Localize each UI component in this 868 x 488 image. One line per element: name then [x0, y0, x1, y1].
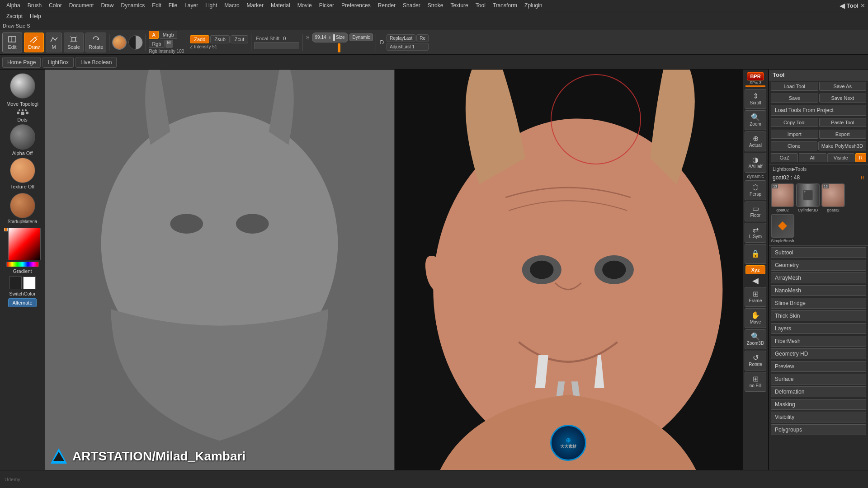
- visibility-button[interactable]: Visibility: [771, 412, 866, 422]
- load-tool-button[interactable]: Load Tool: [771, 82, 818, 91]
- viewport-left[interactable]: [45, 70, 394, 470]
- bpr-button[interactable]: BPR: [747, 72, 764, 80]
- viewport-right[interactable]: ⊕ 大大素材: [394, 70, 742, 470]
- menu-dynamics[interactable]: Dynamics: [117, 1, 148, 9]
- lock-button[interactable]: 🔒: [745, 244, 766, 264]
- lsym-button[interactable]: ⇄ L.Sym: [745, 223, 766, 243]
- subtool-button[interactable]: Subtool: [771, 247, 866, 258]
- menu-zscript[interactable]: Zscript: [3, 12, 26, 20]
- masking-button[interactable]: Masking: [771, 399, 866, 410]
- move-viewport-button[interactable]: ✋ Move: [745, 308, 766, 328]
- bpr-area[interactable]: BPR SPix 3: [745, 72, 765, 88]
- collapse-arrow[interactable]: ◀: [752, 276, 759, 286]
- nanomesh-button[interactable]: NanoMesh: [771, 285, 866, 296]
- menu-draw[interactable]: Draw: [97, 1, 117, 9]
- material-sphere-preview[interactable]: [10, 73, 35, 99]
- zoom-button[interactable]: 🔍 Zoom: [745, 110, 766, 130]
- menu-marker[interactable]: Marker: [243, 1, 267, 9]
- menu-color[interactable]: Color: [45, 1, 66, 9]
- alternate-button[interactable]: Alternate: [8, 298, 36, 307]
- rotate-button[interactable]: Rotate: [85, 33, 106, 52]
- thick-skin-button[interactable]: Thick Skin: [771, 310, 866, 321]
- menu-brush[interactable]: Brush: [24, 1, 45, 9]
- menu-render[interactable]: Render: [374, 1, 399, 9]
- aahalf-button[interactable]: ◑ AAHalf: [745, 153, 766, 173]
- zsub-button[interactable]: Zsub: [210, 35, 229, 43]
- menu-movie[interactable]: Movie: [294, 1, 316, 9]
- surface-button[interactable]: Surface: [771, 374, 866, 385]
- paste-tool-button[interactable]: Paste Tool: [819, 118, 867, 127]
- clone-button[interactable]: Clone: [771, 141, 817, 150]
- menu-alpha[interactable]: Alpha: [3, 1, 24, 9]
- m-badge[interactable]: M: [165, 40, 173, 48]
- all-button[interactable]: All: [799, 153, 826, 162]
- menu-edit[interactable]: Edit: [148, 1, 165, 9]
- arraymesh-button[interactable]: ArrayMesh: [771, 272, 866, 283]
- scale-button[interactable]: Scale: [64, 33, 84, 52]
- color-picker[interactable]: [8, 228, 41, 260]
- draw-button[interactable]: Draw: [24, 33, 44, 52]
- visible-button[interactable]: Visible: [827, 153, 854, 162]
- dark-swatch[interactable]: [9, 277, 22, 289]
- save-next-button[interactable]: Save Next: [819, 94, 867, 103]
- simplebrush-thumb[interactable]: SimpleBrush: [771, 214, 794, 243]
- actual-button[interactable]: ⊕ Actual: [745, 131, 766, 151]
- nofill-button[interactable]: ⊞ no Fill: [745, 372, 766, 392]
- menu-document[interactable]: Document: [66, 1, 98, 9]
- lightbox-button[interactable]: LightBox: [42, 57, 74, 68]
- goz-button[interactable]: GoZ: [771, 153, 798, 162]
- preview-button[interactable]: Preview: [771, 361, 866, 372]
- r-badge[interactable]: R: [861, 175, 864, 180]
- home-page-button[interactable]: Home Page: [2, 57, 41, 68]
- copy-tool-button[interactable]: Copy Tool: [771, 118, 818, 127]
- a-button[interactable]: A: [149, 31, 158, 39]
- menu-preferences[interactable]: Preferences: [338, 1, 374, 9]
- material-button[interactable]: StartupMateria: [8, 193, 38, 224]
- menu-light[interactable]: Light: [202, 1, 221, 9]
- save-as-button[interactable]: Save As: [819, 82, 867, 91]
- make-polymesh3d-button[interactable]: Make PolyMesh3D: [818, 141, 866, 150]
- zcut-button[interactable]: Zcut: [231, 35, 248, 43]
- menu-zplugin[interactable]: Zplugin: [521, 1, 546, 9]
- mrgb-button[interactable]: Mrgb: [160, 31, 177, 39]
- size-slider[interactable]: 99.14 Size: [312, 33, 348, 42]
- persp-button[interactable]: ⬡ Persp: [745, 180, 766, 200]
- stroke-selector[interactable]: [128, 35, 143, 50]
- texture-off-button[interactable]: Texture Off: [10, 158, 35, 189]
- menu-material[interactable]: Material: [267, 1, 294, 9]
- main-viewport[interactable]: ⊕ 大大素材 ARTSTATION/Milad_Kambari: [45, 70, 742, 470]
- save-button[interactable]: Save: [771, 94, 818, 103]
- menu-transform[interactable]: Transform: [489, 1, 521, 9]
- foreground-color-swatch[interactable]: [4, 228, 8, 231]
- export-button[interactable]: Export: [819, 130, 867, 139]
- dot-brush-preview[interactable]: [17, 109, 28, 115]
- goat02-thumb-2[interactable]: 13 goat02: [821, 183, 845, 212]
- focal-shift-slider[interactable]: [254, 42, 299, 49]
- slime-bridge-button[interactable]: Slime Bridge: [771, 298, 866, 309]
- menu-stroke[interactable]: Stroke: [424, 1, 447, 9]
- floor-button[interactable]: ▭ Floor: [745, 202, 766, 221]
- menu-macro[interactable]: Macro: [221, 1, 243, 9]
- m-button[interactable]: M: [46, 33, 62, 52]
- re-label[interactable]: Re: [416, 34, 429, 42]
- replay-last-button[interactable]: ReplayLast: [387, 34, 415, 42]
- menu-file[interactable]: File: [165, 1, 181, 9]
- geometry-hd-button[interactable]: Geometry HD: [771, 348, 866, 359]
- rgb-button[interactable]: Rgb: [149, 40, 164, 48]
- zoom3d-button[interactable]: 🔍 Zoom3D: [745, 329, 766, 349]
- menu-texture[interactable]: Texture: [447, 1, 472, 9]
- scroll-button[interactable]: ⇕ Scroll: [745, 89, 766, 109]
- edit-button[interactable]: Edit: [2, 33, 22, 52]
- color-swatch[interactable]: [112, 35, 127, 50]
- rotate-viewport-button[interactable]: ↺ Rotate: [745, 351, 766, 371]
- zadd-button[interactable]: Zadd: [190, 35, 209, 43]
- adjust-last-button[interactable]: AdjustLast 1: [387, 43, 429, 51]
- r-button[interactable]: R: [855, 153, 866, 162]
- import-button[interactable]: Import: [771, 130, 818, 139]
- geometry-button[interactable]: Geometry: [771, 260, 866, 271]
- light-swatch[interactable]: [23, 277, 36, 289]
- xyz-button[interactable]: Xyz: [745, 265, 765, 274]
- goat02-thumb-1[interactable]: 13 goat02: [771, 183, 794, 212]
- menu-help[interactable]: Help: [26, 12, 45, 20]
- menu-layer[interactable]: Layer: [181, 1, 202, 9]
